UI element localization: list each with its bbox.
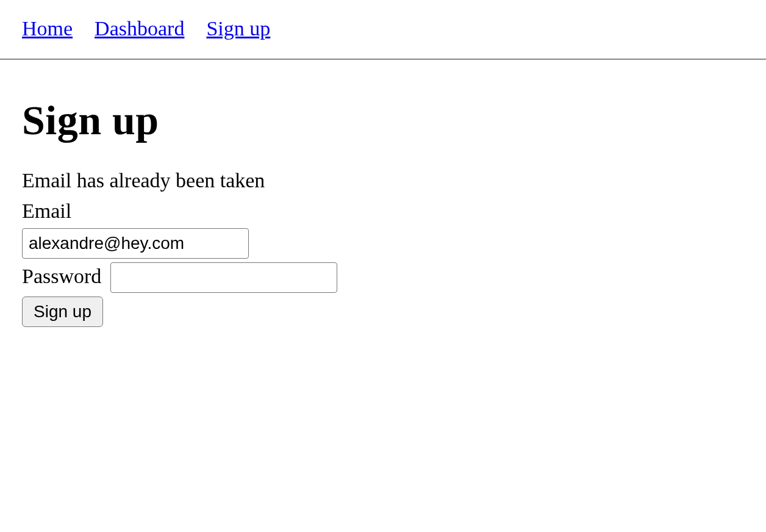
nav-link-home[interactable]: Home bbox=[22, 17, 73, 40]
error-message: Email has already been taken bbox=[22, 169, 744, 192]
password-label: Password bbox=[22, 265, 101, 287]
submit-row: Sign up bbox=[22, 293, 744, 327]
nav-link-dashboard[interactable]: Dashboard bbox=[95, 17, 184, 40]
top-nav: Home Dashboard Sign up bbox=[0, 0, 766, 60]
signup-button[interactable]: Sign up bbox=[22, 297, 103, 327]
email-label: Email bbox=[22, 200, 71, 222]
main-content: Sign up Email has already been taken Ema… bbox=[0, 96, 766, 327]
email-input[interactable] bbox=[22, 228, 249, 259]
page-title: Sign up bbox=[22, 96, 744, 145]
password-field-row: Password bbox=[22, 261, 744, 293]
password-input[interactable] bbox=[110, 262, 337, 293]
email-field-row: Email bbox=[22, 196, 744, 259]
nav-link-signup[interactable]: Sign up bbox=[206, 17, 270, 40]
